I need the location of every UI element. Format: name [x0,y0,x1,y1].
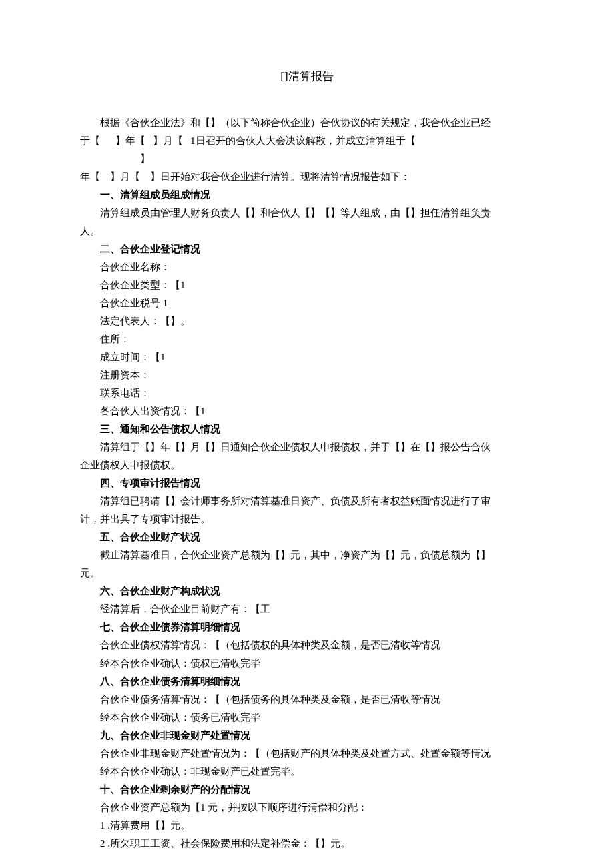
heading-8: 八、合伙企业债务清算明细情况 [80,673,534,691]
reg-addr: 住所： [80,330,534,348]
intro-2-prefix: 于【 [80,135,100,146]
intro-line-3: 】 [80,150,534,168]
section-6-line-1: 经清算后，合伙企业目前财产有：【工 [80,600,534,618]
section-5-line-1: 截止清算基准日，合伙企业资产总额为【】元，其中，净资产为【】元，负债总额为【】 [80,546,534,564]
section-1-line-1: 清算组成员由管理人财务负责人【】和合伙人【】【】等人组成，由【】担任清算组负责 [80,204,534,222]
heading-3: 三、通知和公告债权人情况 [80,420,534,438]
section-8-line-1: 合伙企业债务清算情况：【（包括债务的具体种类及金额，是否已清收等情况 [80,691,534,709]
section-7-line-1: 合伙企业债权清算情况：【（包括债权的具体种类及金额，是否已清收等情况 [80,636,534,655]
section-5-line-2: 元。 [80,564,534,582]
reg-est: 成立时间：【1 [80,348,534,366]
intro-2-year: 】年【 [115,135,145,146]
intro-2-day: 1日召开的合伙人大会决议解散，并成立清算组于【 [190,135,416,146]
list-item-2: 2 .所欠职工工资、社会保险费用和法定补偿金：【】元。 [80,835,534,853]
list-item-1: 1 .清算费用【】元。 [80,817,534,835]
section-4-line-2: 计，并出具了专项审计报告。 [80,510,534,528]
reg-legal: 法定代表人：【】。 [80,312,534,330]
heading-7: 七、合伙企业债券清算明细情况 [80,618,534,636]
reg-capital: 注册资本： [80,366,534,384]
heading-1: 一、清算组成员组成情况 [80,186,534,204]
heading-9: 九、合伙企业非现金财产处置情况 [80,727,534,745]
reg-name: 合伙企业名称： [80,258,534,276]
intro-line-1: 根据《合伙企业法》和【】（以下简称合伙企业）合伙协议的有关规定，我合伙企业已经 [80,114,534,132]
document-title: []清算报告 [80,67,534,87]
reg-phone: 联系电话： [80,384,534,402]
reg-tax: 合伙企业税号 1 [80,294,534,312]
intro-line-2: 于【 】年【 】月【 1日召开的合伙人大会决议解散，并成立清算组于【 [80,132,534,150]
section-7-line-2: 经本合伙企业确认：债权已清收完毕 [80,655,534,673]
intro-line-4: 年【 】月【 】日开始对我合伙企业进行清算。现将清算情况报告如下： [80,168,534,186]
section-10-line-1: 合伙企业资产总额为【1 元，并按以下顺序进行清偿和分配： [80,799,534,817]
heading-5: 五、合伙企业财产状况 [80,528,534,546]
section-9-line-1: 合伙企业非现金财产处置情况为：【（包括财产的具体种类及处置方式、处置金额等情况 [80,745,534,763]
heading-6: 六、合伙企业财产构成状况 [80,582,534,600]
section-3-line-1: 清算组于【】年【】月【】日通知合伙企业债权人申报债权，并于【】在【】报公告合伙 [80,438,534,456]
section-4-line-1: 清算组已聘请【】会计师事务所对清算基准日资产、负债及所有者权益账面情况进行了审 [80,492,534,510]
section-3-line-2: 企业债权人申报债权。 [80,456,534,474]
section-8-line-2: 经本合伙企业确认：债务已清收完毕 [80,709,534,727]
heading-2: 二、合伙企业登记情况 [80,240,534,258]
reg-partners: 各合伙人出资情况：【1 [80,402,534,420]
reg-type: 合伙企业类型：【1 [80,276,534,294]
heading-10: 十、合伙企业剩余财产的分配情况 [80,781,534,799]
section-1-line-2: 人。 [80,222,534,240]
intro-2-month: 】月【 [153,135,183,146]
heading-4: 四、专项审计报告情况 [80,474,534,492]
section-9-line-2: 经本合伙企业确认：非现金财产已处置完毕。 [80,763,534,781]
